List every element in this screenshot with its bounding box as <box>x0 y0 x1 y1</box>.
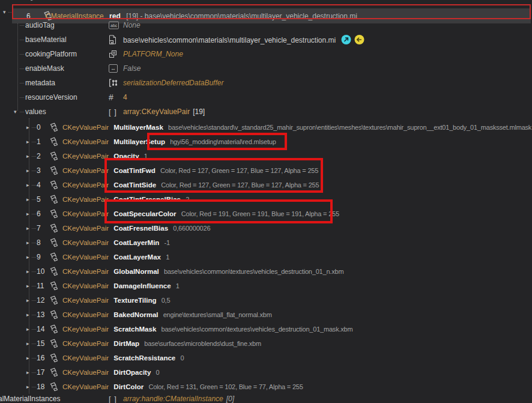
ckeyvaluepair-icon <box>50 267 59 276</box>
ckeyvaluepair-row[interactable]: ▸ 9 CKeyValuePair CoatLayerMax 1 <box>0 250 532 264</box>
property-row[interactable]: baseMaterial base\vehicles\common\materi… <box>0 32 532 47</box>
ckeyvaluepair-icon <box>50 252 59 262</box>
property-row[interactable]: audioTag abc None <box>0 18 532 32</box>
ckeyvaluepair-row[interactable]: ▸ 10 CKeyValuePair GlobalNormal base\veh… <box>0 264 532 279</box>
tree-connector <box>32 315 36 315</box>
property-row[interactable]: cookingPlatform PLATFORM_None <box>0 47 532 61</box>
tree-connector <box>20 68 24 69</box>
expand-arrow-icon[interactable]: ▸ <box>26 327 29 332</box>
ckeyvaluepair-row[interactable]: ▸ 15 CKeyValuePair DirtMap base\surfaces… <box>0 336 532 351</box>
tree-connector <box>20 40 24 40</box>
item-key: CoatTintFresnelBias <box>113 196 181 203</box>
property-label: cookingPlatform <box>25 50 77 58</box>
property-value: base\vehicles\common\materials\multilaye… <box>123 35 336 44</box>
item-index: 7 <box>37 224 41 232</box>
item-value: engine\textures\small_flat_normal.xbm <box>163 311 272 318</box>
collapse-arrow-icon[interactable]: ▾ <box>14 109 17 115</box>
expand-arrow-icon[interactable]: ▸ <box>26 312 29 318</box>
ckeyvaluepair-row[interactable]: ▸ 7 CKeyValuePair CoatFresnelBias 0,6600… <box>0 221 532 235</box>
expand-arrow-icon[interactable]: ▸ <box>26 125 29 130</box>
collapse-arrow-icon[interactable]: ▾ <box>3 9 6 14</box>
property-value: serializationDeferredDataBuffer <box>123 79 223 87</box>
ckeyvaluepair-row[interactable]: ▸ 17 CKeyValuePair DirtOpacity 0 <box>0 365 532 380</box>
item-key: CoatTintSide <box>113 181 156 189</box>
ckeyvaluepair-icon <box>50 137 59 147</box>
item-index: 10 <box>37 267 44 276</box>
expand-arrow-icon[interactable]: ▸ <box>26 283 29 289</box>
expand-arrow-icon[interactable]: ▸ <box>26 197 29 202</box>
item-key: CoatFresnelBias <box>113 225 168 232</box>
ckeyvaluepair-row[interactable]: ▸ 11 CKeyValuePair DamageInfluence 1 <box>0 279 532 293</box>
expand-arrow-icon[interactable]: ▸ <box>26 226 29 231</box>
expand-arrow-icon[interactable]: ▸ <box>26 168 29 174</box>
ckeyvaluepair-row[interactable]: ▸ 13 CKeyValuePair BakedNormal engine\te… <box>0 308 532 322</box>
ckeyvaluepair-icon <box>50 166 59 175</box>
tree-connector <box>32 257 36 258</box>
expand-arrow-icon[interactable]: ▸ <box>26 269 29 274</box>
item-index: 12 <box>37 296 44 305</box>
back-arrow-icon[interactable] <box>354 35 364 45</box>
tree-connector <box>32 127 36 128</box>
expand-arrow-icon[interactable]: ▸ <box>26 154 29 159</box>
expand-arrow-icon[interactable]: ▸ <box>26 356 29 361</box>
item-index: 2 <box>37 152 41 160</box>
property-row[interactable]: metadata serializationDeferredDataBuffer <box>0 76 532 90</box>
open-in-new-icon[interactable] <box>341 35 351 45</box>
item-type: CKeyValuePair <box>62 124 109 131</box>
item-index: 6 <box>37 210 41 218</box>
item-index: 3 <box>37 166 41 175</box>
item-type: CKeyValuePair <box>62 326 109 333</box>
item-key: MultilayerMask <box>113 124 163 131</box>
item-type: CKeyValuePair <box>62 138 109 145</box>
expand-arrow-icon[interactable]: ▸ <box>26 298 29 303</box>
item-type: CKeyValuePair <box>62 297 109 304</box>
property-label: resourceVersion <box>25 93 77 102</box>
item-value: base\surfaces\microblends\dust_fine.xbm <box>144 340 261 347</box>
property-row[interactable]: resourceVersion # 4 <box>0 90 532 105</box>
ckeyvaluepair-row[interactable]: ▸ 0 CKeyValuePair MultilayerMask base\ve… <box>0 120 532 135</box>
expand-arrow-icon[interactable]: ▸ <box>26 183 29 188</box>
expand-arrow-icon[interactable]: ▸ <box>26 211 29 217</box>
tree-connector <box>20 97 24 98</box>
tree-connector <box>32 344 36 344</box>
tree-connector <box>20 54 24 55</box>
platform-icon <box>109 50 117 58</box>
item-value: -1 <box>165 239 170 246</box>
property-row[interactable]: values [ ] array:CKeyValuePair [19] ▾ <box>0 105 532 119</box>
item-value: 1 <box>166 253 169 261</box>
ckeyvaluepair-row[interactable]: ▸ 14 CKeyValuePair ScratchMask base\vehi… <box>0 322 532 336</box>
item-type: CKeyValuePair <box>62 253 109 261</box>
ckeyvaluepair-icon <box>50 151 59 161</box>
item-index: 4 <box>37 181 41 189</box>
tree-connector <box>32 271 36 272</box>
ckeyvaluepair-row[interactable]: ▸ 1 CKeyValuePair MultilayerSetup hgyi56… <box>0 135 532 149</box>
ckeyvaluepair-row[interactable]: ▸ 4 CKeyValuePair CoatTintSide Color, Re… <box>0 178 532 192</box>
tree-connector <box>20 112 24 112</box>
selected-object-row[interactable]: ▾ 6 CMaterialInstance red [19] - base\ve… <box>0 4 532 19</box>
ckeyvaluepair-row[interactable]: ▸ 12 CKeyValuePair TextureTiling 0,5 <box>0 293 532 308</box>
item-type: CKeyValuePair <box>62 210 109 217</box>
ckeyvaluepair-row[interactable]: ▸ 8 CKeyValuePair CoatLayerMin -1 <box>0 235 532 250</box>
ckeyvaluepair-row[interactable]: ▸ 16 CKeyValuePair ScratchResistance 0 <box>0 351 532 365</box>
item-value: Color, Red = 127, Green = 127, Blue = 12… <box>161 181 319 189</box>
ckeyvaluepair-icon <box>50 339 59 348</box>
item-value: 0,660000026 <box>173 225 210 232</box>
expand-arrow-icon[interactable]: ▸ <box>26 240 29 246</box>
expand-arrow-icon[interactable]: ▸ <box>26 139 29 145</box>
ckeyvaluepair-icon <box>50 353 59 363</box>
ckeyvaluepair-row[interactable]: ▸ 5 CKeyValuePair CoatTintFresnelBias 2 <box>0 192 532 207</box>
ckeyvaluepair-row[interactable]: ▸ 2 CKeyValuePair Opacity 1 <box>0 149 532 163</box>
item-value: base\vehicles\common\textures\vehicles_d… <box>164 268 343 275</box>
expand-arrow-icon[interactable]: ▸ <box>26 255 29 260</box>
expand-arrow-icon[interactable]: ▸ <box>26 341 29 347</box>
ckeyvaluepair-row[interactable]: ▸ 6 CKeyValuePair CoatSpecularColor Colo… <box>0 207 532 221</box>
tree-connector <box>20 83 24 83</box>
expand-arrow-icon[interactable]: ▸ <box>26 384 29 390</box>
ckeyvaluepair-row[interactable]: ▸ 3 CKeyValuePair CoatTintFwd Color, Red… <box>0 163 532 178</box>
next-property-row[interactable]: alMaterialInstances [ ] array:handle:CMa… <box>0 392 532 403</box>
item-value: Color, Red = 127, Green = 127, Blue = 12… <box>160 167 318 174</box>
buffer-icon <box>109 79 118 87</box>
property-row[interactable]: enableMask ↔ False <box>0 61 532 76</box>
expand-arrow-icon[interactable]: ▸ <box>26 370 29 375</box>
item-value: Color, Red = 191, Green = 191, Blue = 19… <box>181 210 339 217</box>
